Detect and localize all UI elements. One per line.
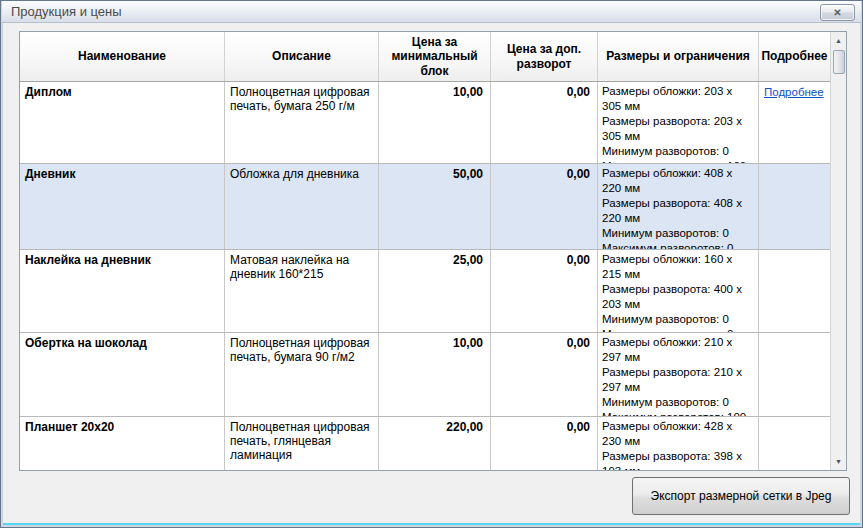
header-sizes-limits: Размеры и ограничения	[598, 32, 759, 81]
table-row[interactable]: Наклейка на дневник Матовая наклейка на …	[20, 250, 830, 333]
scroll-up-icon: ▲	[835, 37, 842, 44]
scrollbar-up-button[interactable]: ▲	[831, 32, 847, 49]
product-description: Полноцветная цифровая печать, бумага 250…	[225, 82, 379, 163]
sizes-limits: Размеры обложки: 160 x 215 мм Размеры ра…	[598, 250, 759, 332]
scrollbar-thumb[interactable]	[833, 50, 845, 74]
price-min-block: 10,00	[379, 82, 491, 163]
product-name: Обертка на шоколад	[20, 333, 225, 416]
close-button[interactable]: ✕	[820, 4, 855, 21]
sizes-limits: Размеры обложки: 408 x 220 мм Размеры ра…	[598, 164, 759, 249]
product-description: Матовая наклейка на дневник 160*215	[225, 250, 379, 332]
header-description: Описание	[225, 32, 379, 81]
close-icon: ✕	[833, 7, 841, 18]
price-extra-spread: 0,00	[491, 333, 598, 416]
scrollbar-down-button[interactable]: ▼	[831, 453, 847, 470]
price-min-block: 50,00	[379, 164, 491, 249]
vertical-scrollbar[interactable]: ▲ ▼	[830, 32, 846, 470]
table-header-row: Наименование Описание Цена за минимальны…	[20, 32, 830, 82]
price-extra-spread: 0,00	[491, 164, 598, 249]
product-name: Наклейка на дневник	[20, 250, 225, 332]
export-grid-jpeg-button[interactable]: Экспорт размерной сетки в Jpeg	[632, 477, 850, 515]
titlebar[interactable]: Продукция и цены	[2, 1, 861, 23]
header-name: Наименование	[20, 32, 225, 81]
table-row-selected[interactable]: Дневник Обложка для дневника 50,00 0,00 …	[20, 164, 830, 250]
price-extra-spread: 0,00	[491, 417, 598, 470]
sizes-limits: Размеры обложки: 428 x 230 мм Размеры ра…	[598, 417, 759, 470]
price-min-block: 220,00	[379, 417, 491, 470]
scroll-down-icon: ▼	[835, 458, 842, 465]
price-min-block: 25,00	[379, 250, 491, 332]
price-min-block: 10,00	[379, 333, 491, 416]
products-prices-window: Продукция и цены ✕ Наименование Описание…	[0, 0, 863, 528]
product-description: Полноцветная цифровая печать, глянцевая …	[225, 417, 379, 470]
price-extra-spread: 0,00	[491, 250, 598, 332]
product-name: Диплом	[20, 82, 225, 163]
window-title: Продукция и цены	[11, 4, 122, 19]
product-name: Дневник	[20, 164, 225, 249]
products-table: Наименование Описание Цена за минимальны…	[19, 31, 847, 471]
window-bottom-accent	[3, 523, 860, 525]
product-description: Обложка для дневника	[225, 164, 379, 249]
header-details: Подробнее	[759, 32, 830, 81]
product-description: Полноцветная цифровая печать, бумага 90 …	[225, 333, 379, 416]
dialog-client-area: Наименование Описание Цена за минимальны…	[3, 23, 860, 523]
table-row[interactable]: Обертка на шоколад Полноцветная цифровая…	[20, 333, 830, 417]
header-price-min-block: Цена за минимальный блок	[379, 32, 491, 81]
header-price-extra-spread: Цена за доп. разворот	[491, 32, 598, 81]
table-grid: Наименование Описание Цена за минимальны…	[20, 32, 830, 470]
product-name: Планшет 20x20	[20, 417, 225, 470]
details-link[interactable]: Подробнее	[764, 86, 824, 98]
price-extra-spread: 0,00	[491, 82, 598, 163]
sizes-limits: Размеры обложки: 210 x 297 мм Размеры ра…	[598, 333, 759, 416]
table-row[interactable]: Планшет 20x20 Полноцветная цифровая печа…	[20, 417, 830, 470]
sizes-limits: Размеры обложки: 203 x 305 мм Размеры ра…	[598, 82, 759, 163]
table-row[interactable]: Диплом Полноцветная цифровая печать, бум…	[20, 82, 830, 164]
